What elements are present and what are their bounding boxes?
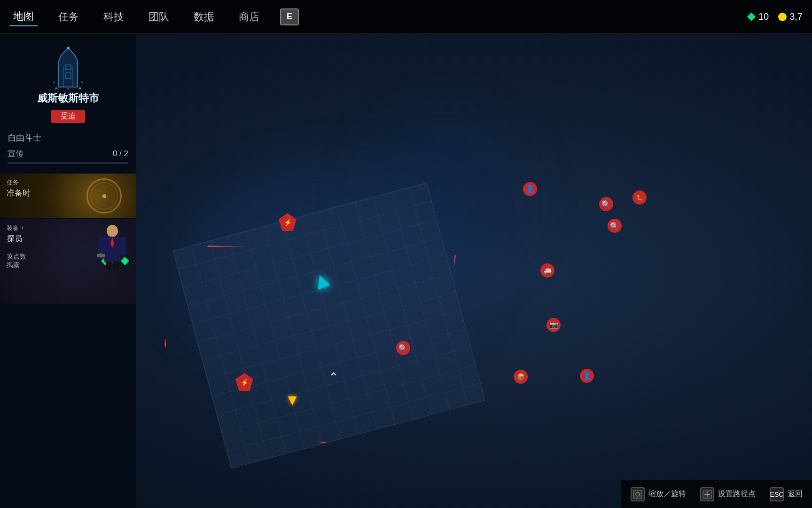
svg-point-12 [107,225,118,237]
hud-key-zoom [631,487,645,501]
bottom-hud: 缩放／旋转 设置路径点 ESC 返回 [621,480,812,508]
svg-marker-1 [59,48,78,87]
bug-marker[interactable]: 🐛 [632,190,647,205]
svg-rect-20 [113,262,119,270]
nav-shop[interactable]: 商店 [235,8,263,26]
mission-marker-1[interactable]: ⚡ [279,213,297,231]
camera-marker[interactable]: 📷 [547,318,561,332]
hud-key-waypoint [700,487,714,501]
nav-map[interactable]: 地图 [9,8,38,26]
hud-zoom-rotate: 缩放／旋转 [631,487,686,501]
detective-figure [96,224,129,273]
search-marker-2[interactable]: 🔍 [608,219,622,233]
propaganda-value: 0 / 2 [113,149,128,159]
hud-back: ESC 返回 [770,487,803,501]
hud-back-label: 返回 [788,489,803,499]
coin-icon [778,13,787,21]
mission-marker-2[interactable]: ⚡ [235,373,253,391]
svg-rect-19 [106,262,111,270]
diamond-currency: 10 [747,11,769,22]
nav-data[interactable]: 数据 [190,8,218,26]
mission-card-1-content: 任务 准备时 [0,174,136,203]
svg-rect-21 [633,490,642,499]
left-panel: 威斯敏斯特市 受迫 自由斗士 宣传 0 / 2 任务 准备时 [0,34,136,508]
faction-label: 自由斗士 [0,130,136,148]
nav-tech[interactable]: 科技 [100,8,128,26]
svg-point-8 [67,88,69,90]
top-navigation: 地图 任务 科技 团队 数据 商店 E 10 3,7 [0,0,812,34]
city-status-badge: 受迫 [51,110,85,123]
city-name: 威斯敏斯特市 [0,89,136,107]
coin-value: 3,7 [789,11,803,22]
mission-label-main-1: 准备时 [7,188,129,198]
e-button[interactable]: E [280,8,299,25]
mission-label-small-1: 任务 [7,178,129,187]
svg-rect-18 [100,253,102,258]
box-marker[interactable]: 📦 [514,370,528,384]
truck-marker[interactable]: 🚐 [540,263,554,278]
svg-point-10 [53,81,55,83]
search-marker-3[interactable]: 🔍 [396,341,410,355]
diamond-icon [747,13,756,21]
person-marker-2[interactable]: 👤 [580,369,594,383]
hud-key-esc: ESC [770,487,784,501]
mission-card-1[interactable]: 任务 准备时 [0,174,136,218]
hud-waypoint-label: 设置路径点 [718,489,756,499]
propaganda-bar-bg [8,162,128,164]
propaganda-row: 宣传 0 / 2 [0,148,136,162]
mission-bottom-labels: 攻点数 揭露 [7,253,26,270]
cursor [332,373,336,377]
svg-rect-16 [120,237,126,256]
person-marker-1[interactable]: 👤 [523,182,537,196]
nav-missions[interactable]: 任务 [55,8,83,26]
diamond-value: 10 [758,11,769,22]
mission-score-label: 攻点数 [7,253,26,261]
mission-card-2[interactable]: 装备 + 探员 攻点数 揭露 [0,219,136,304]
mission-score-sub: 揭露 [7,261,26,270]
coin-currency: 3,7 [778,11,803,22]
nav-team[interactable]: 团队 [145,8,173,26]
search-marker-1[interactable]: 🔍 [599,197,613,211]
chevron-marker: ▼ [285,391,300,409]
hud-zoom-label: 缩放／旋转 [648,489,686,499]
currency-area: 10 3,7 [747,11,803,22]
svg-point-11 [81,81,83,83]
svg-point-9 [78,87,81,90]
city-icon-area [0,34,136,89]
player-marker [315,275,328,288]
hud-waypoint: 设置路径点 [700,487,756,501]
propaganda-label: 宣传 [8,148,23,159]
svg-point-7 [55,87,57,90]
city-icon [49,47,87,85]
